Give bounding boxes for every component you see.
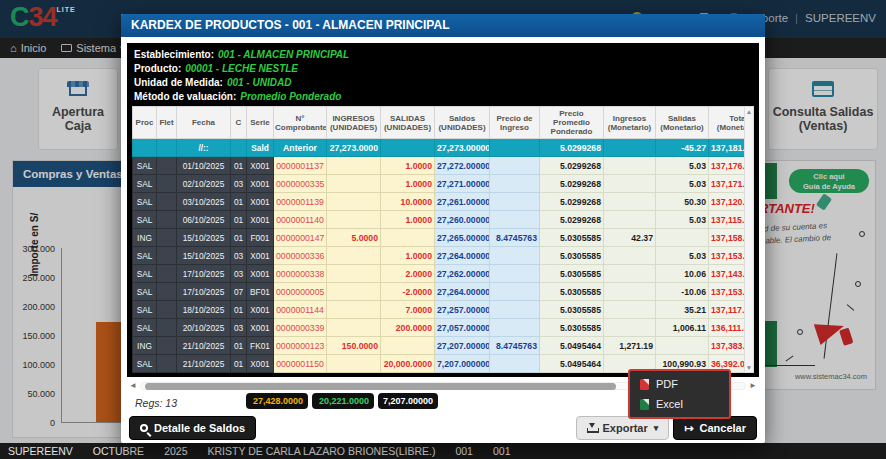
- table-cell: 1.0000: [381, 211, 435, 229]
- table-row[interactable]: //::SaldAnterior27,273.000027,273.000000…: [133, 139, 745, 157]
- table-cell: 17/10/2025: [177, 265, 231, 283]
- table-cell: 5.0305585: [540, 319, 604, 337]
- table-row[interactable]: SAL15/10/202503X00100000003361.000027,26…: [133, 247, 745, 265]
- table-cell: -45.27: [656, 139, 709, 157]
- table-cell: 01: [231, 355, 247, 373]
- table-cell: [157, 157, 177, 175]
- table-cell: 150.0000: [327, 337, 381, 355]
- table-cell: 01: [231, 157, 247, 175]
- vertical-scrollbar[interactable]: ▲ ▼: [744, 106, 754, 373]
- detalle-saldos-button[interactable]: Detalle de Saldos: [129, 416, 256, 440]
- table-cell: 01: [231, 337, 247, 355]
- table-cell: 1.0000: [381, 157, 435, 175]
- total-saldo-badge: 7,207.00000: [378, 393, 438, 409]
- table-cell: [157, 247, 177, 265]
- total-salidas-badge: 20,221.0000: [312, 393, 374, 409]
- modal-buttons-row: Detalle de Saldos Exportar ▾ ↦ Cancelar: [129, 416, 757, 440]
- table-cell: [604, 211, 656, 229]
- table-cell: 15/10/2025: [177, 247, 231, 265]
- scroll-up-icon[interactable]: ▲: [746, 108, 752, 115]
- table-cell: 27,272.0000000: [435, 157, 490, 175]
- table-cell: SAL: [133, 247, 157, 265]
- table-cell: 03: [231, 175, 247, 193]
- table-cell: [327, 283, 381, 301]
- table-cell: 15/10/2025: [177, 229, 231, 247]
- table-cell: 137,176.16: [709, 157, 745, 175]
- table-cell: [604, 139, 656, 157]
- footer-year: 2025: [164, 445, 187, 457]
- table-row[interactable]: SAL01/10/202501X00100000011371.000027,27…: [133, 157, 745, 175]
- cancelar-label: Cancelar: [700, 422, 746, 434]
- hscroll-thumb[interactable]: [145, 383, 616, 390]
- table-cell: 27,273.0000: [327, 139, 381, 157]
- scroll-down-icon[interactable]: ▼: [746, 364, 752, 371]
- table-cell: 200.0000: [381, 319, 435, 337]
- table-row[interactable]: SAL17/10/202507BF010000000005-2.000027,2…: [133, 283, 745, 301]
- table-cell: 137,153.14: [709, 283, 745, 301]
- column-header: N° Comprobante: [274, 107, 327, 139]
- export-excel-item[interactable]: Excel: [630, 394, 729, 414]
- table-cell: 10.0000: [381, 193, 435, 211]
- cancelar-button[interactable]: ↦ Cancelar: [673, 416, 757, 440]
- table-cell: [157, 355, 177, 373]
- table-cell: 01/10/2025: [177, 157, 231, 175]
- table-cell: BF01: [247, 283, 274, 301]
- table-cell: 27,260.0000000: [435, 211, 490, 229]
- scroll-right-icon[interactable]: ►: [749, 381, 757, 390]
- table-cell: [327, 265, 381, 283]
- excel-file-icon: [640, 399, 649, 410]
- table-cell: [604, 175, 656, 193]
- table-cell: [490, 319, 540, 337]
- status-footer: SUPEREENV OCTUBRE 2025 KRISTY DE CARLA L…: [0, 443, 886, 459]
- table-cell: 21/10/2025: [177, 337, 231, 355]
- table-cell: 0000001137: [274, 157, 327, 175]
- pdf-file-icon: [640, 379, 649, 390]
- table-cell: [490, 175, 540, 193]
- table-cell: 5.0305585: [540, 301, 604, 319]
- table-cell: 137,143.08: [709, 265, 745, 283]
- table-cell: 136,111.82: [709, 319, 745, 337]
- table-cell: [231, 139, 247, 157]
- table-row[interactable]: SAL03/10/202501X001000000113910.000027,2…: [133, 193, 745, 211]
- table-cell: 5.0299268: [540, 157, 604, 175]
- table-cell: [656, 337, 709, 355]
- table-row[interactable]: ING21/10/202501FK010000000123150.000027,…: [133, 337, 745, 355]
- table-cell: 5.0495464: [540, 355, 604, 373]
- table-row[interactable]: SAL06/10/202501X00100000011401.000027,26…: [133, 211, 745, 229]
- table-cell: [157, 337, 177, 355]
- info-label: Producto:: [134, 63, 181, 74]
- table-cell: X001: [247, 247, 274, 265]
- scroll-left-icon[interactable]: ◄: [129, 381, 137, 390]
- table-cell: [604, 193, 656, 211]
- table-header-row: ProcFletFechaCSerieN° ComprobanteINGRESO…: [133, 107, 745, 139]
- table-cell: 137,115.80: [709, 211, 745, 229]
- table-cell: 1,271.19: [604, 337, 656, 355]
- table-cell: [490, 157, 540, 175]
- table-cell: [604, 157, 656, 175]
- table-row[interactable]: SAL20/10/202503X0010000000339200.000027,…: [133, 319, 745, 337]
- footer-code-2: 001: [493, 445, 511, 457]
- table-cell: 5.0305585: [540, 283, 604, 301]
- table-cell: 1.0000: [381, 247, 435, 265]
- exportar-button[interactable]: Exportar ▾: [576, 416, 670, 440]
- detalle-saldos-label: Detalle de Saldos: [154, 422, 245, 434]
- table-cell: [604, 319, 656, 337]
- table-row[interactable]: SAL18/10/202501X00100000011447.000027,25…: [133, 301, 745, 319]
- table-cell: 5.0000: [327, 229, 381, 247]
- export-pdf-item[interactable]: PDF: [630, 374, 729, 394]
- table-cell: [604, 265, 656, 283]
- table-cell: 07: [231, 283, 247, 301]
- table-row[interactable]: SAL17/10/202503X00100000003382.000027,26…: [133, 265, 745, 283]
- table-cell: 01: [231, 229, 247, 247]
- column-header: Precio de Ingreso: [490, 107, 540, 139]
- table-row[interactable]: SAL02/10/202503X00100000003351.000027,27…: [133, 175, 745, 193]
- export-excel-label: Excel: [656, 398, 683, 410]
- table-cell: [490, 301, 540, 319]
- table-cell: 0000000339: [274, 319, 327, 337]
- table-cell: X001: [247, 301, 274, 319]
- table-cell: [381, 229, 435, 247]
- table-cell: FK01: [247, 337, 274, 355]
- table-cell: 01: [231, 301, 247, 319]
- table-row[interactable]: ING15/10/202501F00100000001475.000027,26…: [133, 229, 745, 247]
- table-cell: 27,261.0000000: [435, 193, 490, 211]
